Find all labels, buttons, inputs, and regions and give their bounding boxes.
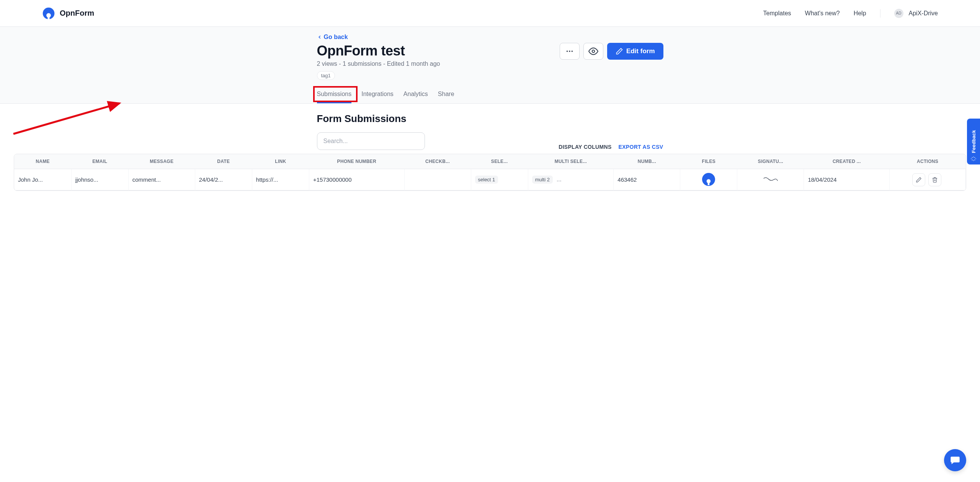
feedback-label: Feedback (971, 130, 977, 153)
chevron-left-icon (317, 34, 322, 40)
col-date[interactable]: DATE (195, 154, 252, 169)
col-number[interactable]: NUMB... (614, 154, 680, 169)
col-multi-select[interactable]: MULTI SELE... (528, 154, 614, 169)
tab-analytics[interactable]: Analytics (403, 87, 428, 103)
nav-right: Templates What's new? Help AD ApiX-Drive (763, 9, 938, 18)
cell-signature (737, 169, 804, 191)
opnform-logo-icon (703, 174, 714, 185)
export-csv-button[interactable]: EXPORT AS CSV (619, 144, 663, 150)
nav-separator (880, 9, 880, 18)
edit-form-button[interactable]: Edit form (607, 43, 663, 60)
tag-chip[interactable]: tag1 (317, 71, 335, 80)
more-actions-button[interactable] (560, 43, 580, 60)
cell-files (680, 169, 737, 191)
cell-number: 463462 (614, 169, 680, 191)
svg-point-4 (569, 50, 570, 52)
col-link[interactable]: LINK (252, 154, 309, 169)
col-message[interactable]: MESSAGE (128, 154, 195, 169)
svg-rect-10 (708, 181, 710, 186)
feedback-tab[interactable]: Feedback (967, 119, 980, 164)
cell-checkbox (404, 169, 471, 191)
annotation-arrow (11, 98, 126, 136)
svg-point-6 (592, 50, 595, 53)
cell-multi: multi 2 ... (528, 169, 614, 191)
col-signature[interactable]: SIGNATU... (737, 154, 804, 169)
tab-share[interactable]: Share (438, 87, 454, 103)
signature-icon (763, 176, 778, 182)
cell-created: 18/04/2024 (804, 169, 890, 191)
cell-select: select 1 (471, 169, 528, 191)
cell-link: https://... (252, 169, 309, 191)
go-back-link[interactable]: Go back (317, 34, 663, 41)
account-menu[interactable]: AD ApiX-Drive (894, 9, 938, 18)
file-thumbnail[interactable] (702, 173, 715, 186)
submissions-section: Form Submissions DISPLAY COLUMNS EXPORT … (317, 104, 663, 150)
col-name[interactable]: NAME (14, 154, 71, 169)
section-title: Form Submissions (317, 113, 663, 125)
go-back-label: Go back (324, 34, 348, 41)
account-name: ApiX-Drive (909, 10, 938, 17)
brand-logo[interactable]: OpnForm (42, 7, 94, 20)
pencil-icon (616, 47, 623, 55)
svg-point-3 (567, 50, 568, 52)
nav-templates[interactable]: Templates (763, 10, 791, 17)
select-pill: select 1 (475, 176, 498, 184)
multi-pill: multi 2 (532, 176, 553, 184)
avatar-initials: AD (896, 11, 902, 15)
col-checkbox[interactable]: CHECKB... (404, 154, 471, 169)
edit-form-label: Edit form (626, 47, 655, 55)
col-phone[interactable]: PHONE NUMBER (309, 154, 404, 169)
edit-row-button[interactable] (912, 173, 925, 186)
top-nav: OpnForm Templates What's new? Help AD Ap… (0, 0, 980, 27)
nav-whats-new[interactable]: What's new? (805, 10, 840, 17)
cell-email: jjohnso... (71, 169, 128, 191)
svg-line-7 (13, 103, 119, 134)
form-meta: 2 views - 1 submissions - Edited 1 month… (317, 60, 440, 67)
preview-button[interactable] (583, 43, 603, 60)
form-header-band: Go back OpnForm test 2 views - 1 submiss… (0, 27, 980, 104)
delete-row-button[interactable] (928, 173, 941, 186)
cell-date: 24/04/2... (195, 169, 252, 191)
cell-actions (890, 169, 966, 191)
col-actions[interactable]: ACTIONS (890, 154, 966, 169)
page-title: OpnForm test (317, 43, 440, 59)
dots-horizontal-icon (565, 47, 574, 55)
avatar: AD (894, 9, 903, 18)
search-input[interactable] (317, 132, 425, 150)
form-tabs: Submissions Integrations Analytics Share (317, 87, 663, 103)
col-select[interactable]: SELE... (471, 154, 528, 169)
col-files[interactable]: FILES (680, 154, 737, 169)
cell-name: John Jo... (14, 169, 71, 191)
submissions-table: NAME EMAIL MESSAGE DATE LINK PHONE NUMBE… (14, 154, 966, 191)
trash-icon (932, 177, 938, 183)
cell-phone: +15730000000 (309, 169, 404, 191)
tab-integrations[interactable]: Integrations (361, 87, 394, 103)
display-columns-button[interactable]: DISPLAY COLUMNS (559, 144, 611, 150)
table-header-row: NAME EMAIL MESSAGE DATE LINK PHONE NUMBE… (14, 154, 966, 169)
tab-submissions[interactable]: Submissions (317, 87, 352, 103)
svg-rect-2 (47, 15, 49, 20)
multi-more: ... (557, 176, 562, 182)
col-email[interactable]: EMAIL (71, 154, 128, 169)
eye-icon (588, 46, 598, 56)
table-row[interactable]: John Jo... jjohnso... comment... 24/04/2… (14, 169, 966, 191)
col-created[interactable]: CREATED ... (804, 154, 890, 169)
cell-message: comment... (128, 169, 195, 191)
brand-name: OpnForm (60, 9, 94, 18)
sparkle-icon (971, 156, 976, 161)
svg-point-5 (571, 50, 573, 52)
nav-help[interactable]: Help (854, 10, 866, 17)
pencil-icon (916, 177, 922, 183)
opnform-logo-icon (42, 7, 55, 20)
